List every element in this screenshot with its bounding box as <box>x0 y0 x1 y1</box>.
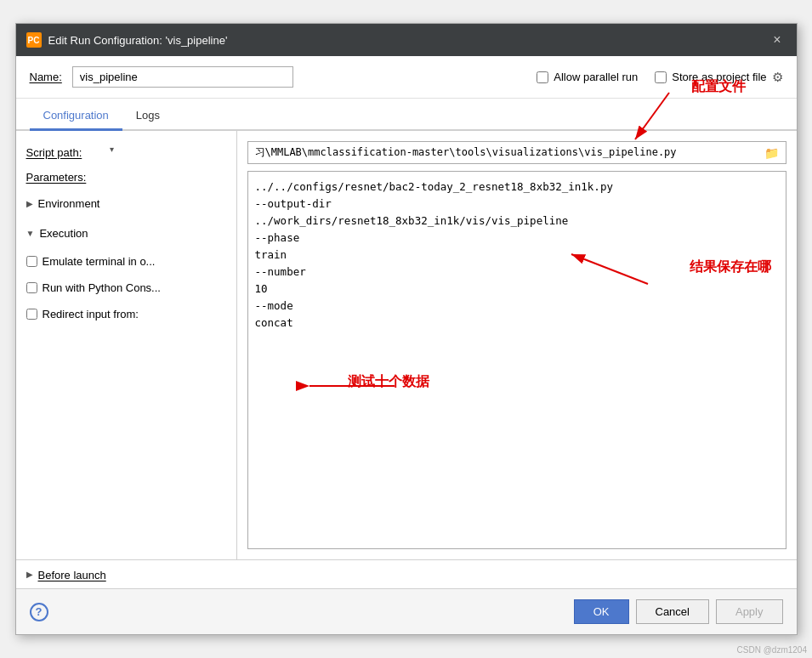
btn-group: OK Cancel Apply <box>574 599 783 624</box>
before-launch-label: Before launch <box>38 567 115 581</box>
edit-run-config-dialog: PC Edit Run Configuration: 'vis_pipeline… <box>15 23 798 635</box>
content-area: Script path: ▾ Parameters: ▶ Environment… <box>16 131 797 559</box>
tab-logs[interactable]: Logs <box>122 102 173 131</box>
store-as-project-item: Store as project file ⚙ <box>655 70 782 85</box>
environment-label: Environment <box>38 197 100 210</box>
store-as-project-label: Store as project file <box>672 71 766 83</box>
execution-section[interactable]: ▼ Execution <box>26 224 226 243</box>
run-with-python-checkbox[interactable] <box>26 282 37 293</box>
script-path-full-row: 习\MMLAB\mmclassification-master\tools\vi… <box>247 141 786 164</box>
apply-button[interactable]: Apply <box>716 599 783 624</box>
before-launch-section[interactable]: ▶ Before launch <box>16 559 797 588</box>
script-path-dropdown[interactable]: ▾ <box>110 145 114 154</box>
parameters-label: Parameters: <box>26 169 103 184</box>
allow-parallel-item: Allow parallel run <box>537 71 638 83</box>
environment-triangle: ▶ <box>26 199 33 208</box>
redirect-input-item: Redirect input from: <box>26 306 226 322</box>
execution-label: Execution <box>39 227 88 240</box>
run-with-python-item: Run with Python Cons... <box>26 280 226 296</box>
name-input[interactable] <box>72 66 293 88</box>
watermark: CSDN @dzm1204 <box>737 645 807 655</box>
before-launch-triangle: ▶ <box>26 570 33 579</box>
dialog-title: Edit Run Configuration: 'vis_pipeline' <box>48 34 228 47</box>
emulate-terminal-item: Emulate terminal in o... <box>26 253 226 269</box>
bottom-bar: ? OK Cancel Apply <box>16 588 797 634</box>
close-button[interactable]: × <box>768 31 786 49</box>
help-button[interactable]: ? <box>30 603 48 621</box>
title-bar: PC Edit Run Configuration: 'vis_pipeline… <box>16 24 797 56</box>
store-as-project-checkbox[interactable] <box>655 71 667 83</box>
redirect-input-checkbox[interactable] <box>26 309 37 320</box>
left-panel: Script path: ▾ Parameters: ▶ Environment… <box>16 131 237 559</box>
script-path-value: 习\MMLAB\mmclassification-master\tools\vi… <box>255 145 759 160</box>
environment-section[interactable]: ▶ Environment <box>26 194 226 213</box>
execution-triangle: ▼ <box>26 229 35 238</box>
tabs-row: Configuration Logs <box>16 102 797 131</box>
checkbox-group: Allow parallel run Store as project file… <box>537 70 782 85</box>
run-with-python-label: Run with Python Cons... <box>43 281 161 294</box>
allow-parallel-label: Allow parallel run <box>554 71 638 83</box>
script-path-label: Script path: <box>26 145 103 159</box>
allow-parallel-checkbox[interactable] <box>537 71 548 83</box>
gear-icon[interactable]: ⚙ <box>772 70 783 85</box>
emulate-terminal-checkbox[interactable] <box>26 256 37 267</box>
right-panel: 习\MMLAB\mmclassification-master\tools\vi… <box>237 131 797 559</box>
script-path-field-row: Script path: ▾ <box>26 145 226 159</box>
redirect-input-label: Redirect input from: <box>43 308 139 320</box>
parameters-field-row: Parameters: <box>26 169 226 184</box>
name-row: Name: Allow parallel run Store as projec… <box>16 56 797 99</box>
parameters-box[interactable]: ../../configs/resnet/bac2-today_2_resnet… <box>247 171 786 549</box>
folder-icon[interactable]: 📁 <box>764 146 779 160</box>
emulate-terminal-label: Emulate terminal in o... <box>43 255 156 268</box>
cancel-button[interactable]: Cancel <box>636 599 709 624</box>
app-icon: PC <box>26 32 42 48</box>
ok-button[interactable]: OK <box>574 599 629 624</box>
name-label: Name: <box>30 71 62 83</box>
title-bar-left: PC Edit Run Configuration: 'vis_pipeline… <box>26 32 228 48</box>
tab-configuration[interactable]: Configuration <box>30 102 122 131</box>
